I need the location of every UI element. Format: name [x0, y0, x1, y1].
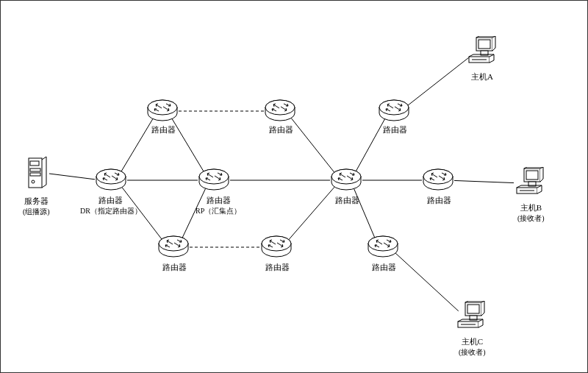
- server-label-text: 服务器: [24, 196, 49, 205]
- router-center-node: [331, 168, 362, 192]
- host-label-text: 主机A: [471, 72, 493, 81]
- router-top2-label: 路由器: [269, 124, 293, 135]
- router-label-text: 路由器: [207, 196, 231, 205]
- router-label-text: 路由器: [269, 125, 293, 134]
- router-top3-node: [379, 99, 409, 123]
- router-bot1-node: [158, 235, 189, 259]
- router-rp-sublabel: RP（汇集点）: [196, 207, 241, 215]
- host-label-text: 主机C: [462, 337, 483, 346]
- svg-point-28: [199, 169, 229, 184]
- router-bot3-node: [368, 235, 398, 259]
- router-label-text: 路由器: [427, 196, 451, 205]
- router-right-mid-node: [423, 168, 453, 192]
- router-label-text: 路由器: [383, 125, 407, 134]
- host-c-label: 主机C (接收者): [459, 336, 486, 358]
- host-label-text: 主机B: [520, 203, 542, 212]
- svg-line-0: [49, 174, 95, 180]
- router-label-text: 路由器: [335, 196, 359, 205]
- router-top1-label: 路由器: [151, 124, 176, 135]
- svg-point-40: [159, 236, 188, 251]
- router-label-text: 路由器: [372, 263, 396, 271]
- svg-point-34: [379, 100, 409, 115]
- svg-point-42: [262, 236, 291, 251]
- svg-point-44: [368, 236, 398, 251]
- svg-rect-55: [526, 171, 538, 180]
- router-rp-node: [198, 168, 229, 192]
- svg-line-14: [288, 187, 334, 241]
- svg-line-12: [395, 253, 459, 311]
- router-dr-node: [96, 168, 126, 192]
- svg-point-38: [423, 169, 453, 184]
- host-b-node: [514, 167, 546, 199]
- svg-line-7: [356, 119, 385, 172]
- host-b-sublabel: (接收者): [517, 214, 545, 222]
- router-dr-sublabel: DR（指定路由器）: [80, 207, 142, 215]
- router-label-text: 路由器: [162, 263, 187, 271]
- svg-rect-64: [467, 305, 479, 313]
- svg-rect-46: [478, 40, 490, 49]
- svg-line-22: [42, 157, 46, 160]
- server-label: 服务器 (组播源): [23, 196, 50, 217]
- svg-line-1: [121, 119, 153, 173]
- router-top1-node: [147, 99, 178, 123]
- router-label-text: 路由器: [151, 125, 176, 134]
- host-a-label: 主机A: [471, 71, 493, 82]
- router-top3-label: 路由器: [383, 124, 407, 135]
- svg-line-6: [291, 118, 335, 174]
- svg-point-30: [148, 100, 177, 115]
- router-dr-label: 路由器 DR（指定路由器）: [80, 195, 142, 216]
- server-node: [27, 155, 48, 192]
- router-label-text: 路由器: [265, 263, 290, 271]
- router-label-text: 路由器: [98, 196, 123, 205]
- host-b-label: 主机B (接收者): [517, 202, 545, 224]
- router-bot2-node: [261, 235, 292, 259]
- host-c-node: [455, 301, 487, 333]
- router-bot2-label: 路由器: [265, 262, 290, 273]
- router-center-label: 路由器: [335, 195, 359, 206]
- host-c-sublabel: (接收者): [459, 348, 486, 356]
- svg-line-11: [454, 180, 514, 182]
- router-bot1-label: 路由器: [162, 262, 187, 273]
- svg-point-36: [331, 169, 361, 184]
- svg-line-4: [172, 119, 204, 173]
- svg-line-23: [42, 185, 46, 188]
- router-bot3-label: 路由器: [372, 262, 396, 273]
- svg-line-8: [407, 57, 468, 105]
- server-sublabel: (组播源): [23, 207, 50, 216]
- svg-point-26: [96, 169, 126, 184]
- router-right-mid-label: 路由器: [427, 195, 451, 206]
- router-rp-label: 路由器 RP（汇集点）: [196, 195, 241, 216]
- router-top2-node: [265, 99, 295, 123]
- server-icon: [27, 155, 48, 191]
- host-a-node: [466, 36, 498, 68]
- svg-point-32: [265, 100, 295, 115]
